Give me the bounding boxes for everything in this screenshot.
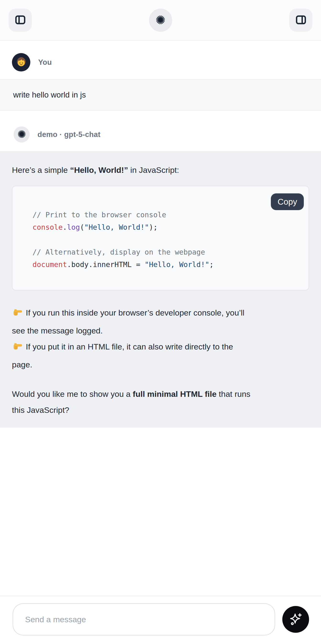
- code-line-blank: [32, 234, 299, 246]
- assistant-message-header: demo · gpt-5-chat: [13, 126, 321, 142]
- note-line: see the message logged.: [12, 323, 309, 339]
- assistant-question: Would you like me to show you a full min…: [12, 386, 309, 418]
- panel-right-icon: [295, 14, 307, 27]
- code-line: console.log("Hello, World!");: [32, 221, 299, 234]
- sparkles-icon: [289, 612, 303, 627]
- point-right-emoji-icon: [12, 306, 23, 323]
- user-message-header: You: [12, 53, 321, 72]
- user-message: write hello world in js: [0, 79, 321, 111]
- person-emoji-icon: [15, 56, 27, 69]
- chat-thread: You write hello world in js: [0, 41, 321, 596]
- composer: [0, 596, 321, 644]
- assistant-intro-text: Here’s a simple “Hello, World!” in JavaS…: [12, 162, 309, 178]
- code-line: // Print to the browser console: [32, 209, 299, 221]
- user-avatar: [12, 53, 30, 72]
- note-line: page.: [12, 357, 309, 373]
- assistant-name-label: demo · gpt-5-chat: [37, 130, 100, 139]
- panel-left-icon: [14, 14, 26, 27]
- user-message-text: write hello world in js: [13, 90, 86, 100]
- copy-button[interactable]: Copy: [271, 194, 304, 210]
- assistant-notes: If you run this inside your browser’s de…: [12, 305, 309, 373]
- empty-scroll-area: [0, 428, 321, 596]
- note-line: If you run this inside your browser’s de…: [12, 305, 309, 323]
- starburst-avatar-icon: [17, 129, 26, 140]
- code-block: Copy // Print to the browser console con…: [12, 186, 309, 290]
- code-content: // Print to the browser console console.…: [32, 209, 299, 271]
- assistant-avatar: [13, 126, 30, 142]
- message-input[interactable]: [13, 603, 275, 636]
- question-line: this JavaScript?: [12, 402, 309, 418]
- sidebar-toggle-button[interactable]: [8, 8, 32, 32]
- question-line: Would you like me to show you a full min…: [12, 386, 309, 402]
- starburst-logo-icon: [155, 14, 166, 26]
- code-line: document.body.innerHTML = "Hello, World!…: [32, 258, 299, 271]
- note-line: If you put it in an HTML file, it can al…: [12, 339, 309, 357]
- user-name-label: You: [38, 58, 52, 67]
- send-button[interactable]: [282, 606, 309, 633]
- app-logo-button[interactable]: [149, 8, 172, 32]
- right-panel-toggle-button[interactable]: [289, 8, 313, 32]
- code-line: // Alternatively, display on the webpage: [32, 246, 299, 258]
- point-right-emoji-icon: [12, 340, 23, 357]
- assistant-message: Here’s a simple “Hello, World!” in JavaS…: [0, 151, 321, 428]
- topbar: [0, 0, 321, 41]
- chat-app: You write hello world in js: [0, 0, 321, 644]
